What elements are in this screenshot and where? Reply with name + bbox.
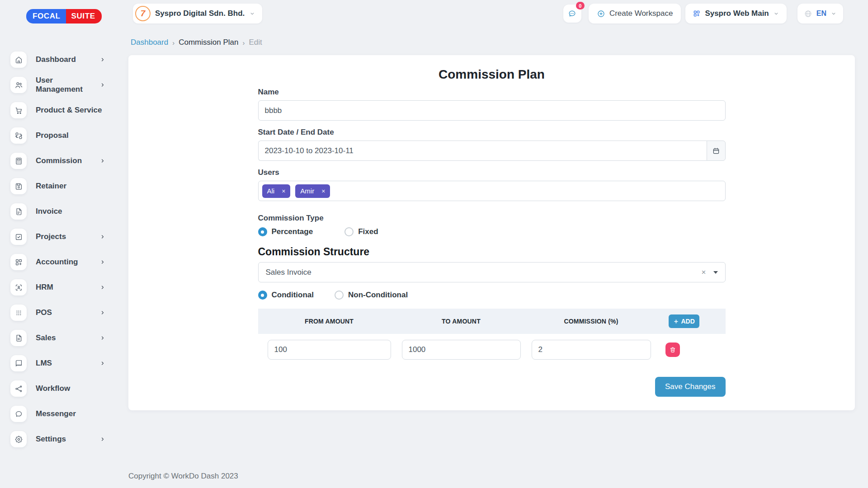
remove-tag-icon[interactable]: × — [282, 188, 285, 195]
sidebar-item-hrm[interactable]: HRM — [0, 275, 129, 300]
column-header-from-amount: FROM AMOUNT — [268, 318, 391, 325]
structure-select[interactable]: Sales Invoice × — [258, 262, 726, 282]
sidebar-item-settings[interactable]: Settings — [0, 427, 129, 452]
workspace-name: Syspro Digital Sdn. Bhd. — [155, 9, 245, 18]
chat-icon — [10, 406, 27, 422]
save-changes-button[interactable]: Save Changes — [655, 377, 726, 397]
grid-plus-icon — [693, 9, 701, 18]
file-text-icon — [10, 330, 27, 346]
sidebar-item-label: Workflow — [36, 384, 70, 393]
book-icon — [10, 355, 27, 371]
copyright-text: Copyright © WorkDo Dash 2023 — [128, 472, 238, 481]
sidebar-item-product-service[interactable]: Product & Service — [0, 98, 129, 123]
clear-selection-icon[interactable]: × — [702, 268, 706, 277]
users-icon — [10, 77, 27, 93]
chevron-right-icon — [100, 310, 105, 315]
sidebar-item-lms[interactable]: LMS — [0, 351, 129, 376]
radio-unselected-icon — [344, 227, 354, 236]
remove-tag-icon[interactable]: × — [321, 188, 325, 195]
sidebar-item-user-management[interactable]: User Management — [0, 72, 129, 98]
sidebar: FOCALSUITE Dashboard User Management Pro… — [0, 0, 129, 488]
logo-focal: FOCAL — [26, 9, 66, 23]
column-header-commission: COMMISSION (%) — [532, 318, 651, 325]
chevron-right-icon — [100, 234, 105, 239]
users-label: Users — [258, 168, 726, 177]
sidebar-item-sales[interactable]: Sales — [0, 325, 129, 351]
to-amount-input[interactable] — [402, 340, 521, 360]
create-workspace-label: Create Workspace — [609, 9, 673, 18]
chevron-right-icon — [100, 259, 105, 265]
radio-percentage[interactable]: Percentage — [258, 227, 313, 236]
plus-circle-icon — [597, 9, 605, 18]
user-tag-label: Ali — [267, 187, 275, 195]
date-range-group — [258, 141, 726, 161]
sidebar-item-workflow[interactable]: Workflow — [0, 376, 129, 401]
globe-icon — [804, 9, 812, 18]
radio-conditional[interactable]: Conditional — [258, 291, 314, 300]
calculator-icon — [10, 153, 27, 169]
chevron-right-icon — [100, 335, 105, 341]
route-icon — [10, 127, 27, 144]
sidebar-nav: Dashboard User Management Product & Serv… — [0, 47, 129, 452]
sidebar-item-label: User Management — [36, 76, 100, 94]
delete-row-button[interactable] — [665, 343, 680, 357]
app-logo[interactable]: FOCALSUITE — [26, 9, 102, 23]
sidebar-item-messenger[interactable]: Messenger — [0, 401, 129, 427]
sidebar-item-invoice[interactable]: Invoice — [0, 199, 129, 224]
commission-percent-input[interactable] — [532, 340, 651, 360]
sidebar-item-label: Projects — [36, 232, 66, 241]
sidebar-item-accounting[interactable]: Accounting — [0, 249, 129, 275]
sidebar-item-label: Product & Service — [36, 106, 102, 115]
sidebar-item-dashboard[interactable]: Dashboard — [0, 47, 129, 72]
add-row-button[interactable]: ADD — [669, 314, 699, 328]
active-workspace-label: Syspro Web Main — [705, 9, 769, 18]
messages-button[interactable]: 0 — [563, 5, 581, 23]
chevron-down-icon — [249, 10, 255, 17]
language-label: EN — [816, 9, 826, 18]
name-input[interactable] — [258, 100, 726, 121]
chevron-down-icon — [830, 10, 837, 17]
sidebar-item-label: Dashboard — [36, 55, 76, 64]
language-selector[interactable]: EN — [797, 4, 843, 23]
workspace-logo-icon: 7 — [135, 6, 151, 21]
home-icon — [10, 52, 27, 68]
date-range-label: Start Date / End Date — [258, 128, 726, 137]
commission-plan-card: Commission Plan Name Start Date / End Da… — [128, 55, 855, 410]
calendar-button[interactable] — [707, 141, 726, 161]
name-label: Name — [258, 88, 726, 97]
sidebar-item-proposal[interactable]: Proposal — [0, 123, 129, 148]
sidebar-item-label: POS — [36, 308, 52, 317]
create-workspace-button[interactable]: Create Workspace — [589, 4, 681, 23]
company-workspace-selector[interactable]: 7 Syspro Digital Sdn. Bhd. — [133, 4, 262, 23]
chat-bubble-icon — [567, 9, 577, 19]
breadcrumb: Dashboard › Commission Plan › Edit — [131, 38, 262, 47]
row-actions — [662, 343, 726, 357]
caret-down-icon — [713, 271, 718, 274]
breadcrumb-edit: Edit — [249, 38, 262, 47]
chevron-down-icon — [773, 10, 779, 17]
structure-select-value: Sales Invoice — [266, 268, 702, 277]
breadcrumb-separator: › — [172, 39, 175, 47]
sidebar-item-projects[interactable]: Projects — [0, 224, 129, 249]
user-tag: Ali × — [262, 184, 291, 198]
check-square-icon — [10, 229, 27, 245]
gear-icon — [10, 431, 27, 447]
date-range-input[interactable] — [258, 141, 707, 161]
users-multiselect[interactable]: Ali × Amir × — [258, 181, 726, 201]
sidebar-item-retainer[interactable]: Retainer — [0, 174, 129, 199]
radio-fixed[interactable]: Fixed — [344, 227, 378, 236]
sidebar-item-label: Retainer — [36, 182, 66, 191]
radio-non-conditional[interactable]: Non-Conditional — [335, 291, 408, 300]
breadcrumb-dashboard[interactable]: Dashboard — [131, 38, 168, 47]
sidebar-item-label: Invoice — [36, 207, 62, 216]
active-workspace-selector[interactable]: Syspro Web Main — [685, 4, 786, 23]
chevron-right-icon — [100, 158, 105, 164]
radio-selected-icon — [258, 291, 267, 300]
chevron-right-icon — [100, 285, 105, 290]
sidebar-item-commission[interactable]: Commission — [0, 148, 129, 174]
sidebar-item-pos[interactable]: POS — [0, 300, 129, 325]
table-actions-header: ADD — [662, 314, 726, 328]
from-amount-input[interactable] — [268, 340, 391, 360]
floppy-icon — [10, 178, 27, 194]
structure-mode-options: Conditional Non-Conditional — [258, 291, 726, 300]
